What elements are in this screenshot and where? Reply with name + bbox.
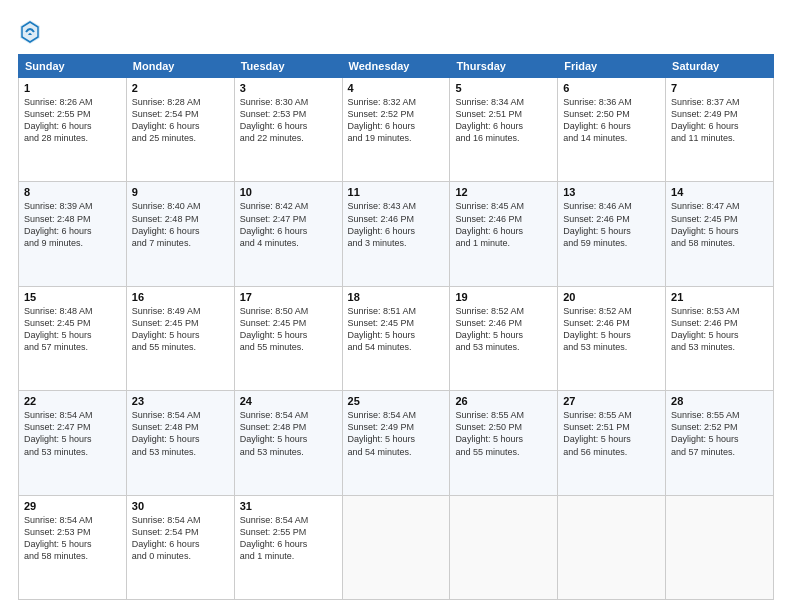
day-detail: Sunrise: 8:26 AM Sunset: 2:55 PM Dayligh… (24, 96, 121, 145)
col-header-wednesday: Wednesday (342, 55, 450, 78)
day-detail: Sunrise: 8:54 AM Sunset: 2:49 PM Dayligh… (348, 409, 445, 458)
day-detail: Sunrise: 8:55 AM Sunset: 2:50 PM Dayligh… (455, 409, 552, 458)
calendar-day-28: 28Sunrise: 8:55 AM Sunset: 2:52 PM Dayli… (666, 391, 774, 495)
calendar-day-23: 23Sunrise: 8:54 AM Sunset: 2:48 PM Dayli… (126, 391, 234, 495)
svg-marker-0 (20, 20, 40, 44)
day-detail: Sunrise: 8:32 AM Sunset: 2:52 PM Dayligh… (348, 96, 445, 145)
day-number: 21 (671, 291, 768, 303)
day-number: 14 (671, 186, 768, 198)
col-header-sunday: Sunday (19, 55, 127, 78)
day-number: 22 (24, 395, 121, 407)
day-detail: Sunrise: 8:52 AM Sunset: 2:46 PM Dayligh… (455, 305, 552, 354)
calendar-day-3: 3Sunrise: 8:30 AM Sunset: 2:53 PM Daylig… (234, 78, 342, 182)
calendar-day-15: 15Sunrise: 8:48 AM Sunset: 2:45 PM Dayli… (19, 286, 127, 390)
calendar-day-2: 2Sunrise: 8:28 AM Sunset: 2:54 PM Daylig… (126, 78, 234, 182)
day-number: 17 (240, 291, 337, 303)
day-number: 2 (132, 82, 229, 94)
calendar-page: SundayMondayTuesdayWednesdayThursdayFrid… (0, 0, 792, 612)
day-detail: Sunrise: 8:54 AM Sunset: 2:48 PM Dayligh… (132, 409, 229, 458)
calendar-day-7: 7Sunrise: 8:37 AM Sunset: 2:49 PM Daylig… (666, 78, 774, 182)
day-detail: Sunrise: 8:40 AM Sunset: 2:48 PM Dayligh… (132, 200, 229, 249)
calendar-day-1: 1Sunrise: 8:26 AM Sunset: 2:55 PM Daylig… (19, 78, 127, 182)
calendar-week-3: 15Sunrise: 8:48 AM Sunset: 2:45 PM Dayli… (19, 286, 774, 390)
day-detail: Sunrise: 8:55 AM Sunset: 2:51 PM Dayligh… (563, 409, 660, 458)
calendar-day-13: 13Sunrise: 8:46 AM Sunset: 2:46 PM Dayli… (558, 182, 666, 286)
calendar-day-11: 11Sunrise: 8:43 AM Sunset: 2:46 PM Dayli… (342, 182, 450, 286)
day-detail: Sunrise: 8:36 AM Sunset: 2:50 PM Dayligh… (563, 96, 660, 145)
day-detail: Sunrise: 8:54 AM Sunset: 2:55 PM Dayligh… (240, 514, 337, 563)
day-number: 25 (348, 395, 445, 407)
day-number: 16 (132, 291, 229, 303)
day-number: 3 (240, 82, 337, 94)
day-number: 31 (240, 500, 337, 512)
day-number: 6 (563, 82, 660, 94)
calendar-day-18: 18Sunrise: 8:51 AM Sunset: 2:45 PM Dayli… (342, 286, 450, 390)
calendar-day-14: 14Sunrise: 8:47 AM Sunset: 2:45 PM Dayli… (666, 182, 774, 286)
day-number: 15 (24, 291, 121, 303)
day-number: 23 (132, 395, 229, 407)
day-detail: Sunrise: 8:37 AM Sunset: 2:49 PM Dayligh… (671, 96, 768, 145)
calendar-day-20: 20Sunrise: 8:52 AM Sunset: 2:46 PM Dayli… (558, 286, 666, 390)
day-number: 11 (348, 186, 445, 198)
day-number: 13 (563, 186, 660, 198)
logo (18, 18, 46, 46)
calendar-day-17: 17Sunrise: 8:50 AM Sunset: 2:45 PM Dayli… (234, 286, 342, 390)
day-number: 27 (563, 395, 660, 407)
day-number: 30 (132, 500, 229, 512)
day-number: 26 (455, 395, 552, 407)
day-number: 20 (563, 291, 660, 303)
day-detail: Sunrise: 8:54 AM Sunset: 2:47 PM Dayligh… (24, 409, 121, 458)
day-detail: Sunrise: 8:51 AM Sunset: 2:45 PM Dayligh… (348, 305, 445, 354)
day-detail: Sunrise: 8:45 AM Sunset: 2:46 PM Dayligh… (455, 200, 552, 249)
calendar-day-30: 30Sunrise: 8:54 AM Sunset: 2:54 PM Dayli… (126, 495, 234, 599)
day-number: 12 (455, 186, 552, 198)
day-number: 24 (240, 395, 337, 407)
day-detail: Sunrise: 8:43 AM Sunset: 2:46 PM Dayligh… (348, 200, 445, 249)
day-detail: Sunrise: 8:55 AM Sunset: 2:52 PM Dayligh… (671, 409, 768, 458)
day-detail: Sunrise: 8:46 AM Sunset: 2:46 PM Dayligh… (563, 200, 660, 249)
calendar-day-5: 5Sunrise: 8:34 AM Sunset: 2:51 PM Daylig… (450, 78, 558, 182)
calendar-week-4: 22Sunrise: 8:54 AM Sunset: 2:47 PM Dayli… (19, 391, 774, 495)
day-detail: Sunrise: 8:49 AM Sunset: 2:45 PM Dayligh… (132, 305, 229, 354)
empty-cell (342, 495, 450, 599)
calendar-day-8: 8Sunrise: 8:39 AM Sunset: 2:48 PM Daylig… (19, 182, 127, 286)
day-number: 8 (24, 186, 121, 198)
calendar-day-29: 29Sunrise: 8:54 AM Sunset: 2:53 PM Dayli… (19, 495, 127, 599)
calendar-day-21: 21Sunrise: 8:53 AM Sunset: 2:46 PM Dayli… (666, 286, 774, 390)
day-detail: Sunrise: 8:53 AM Sunset: 2:46 PM Dayligh… (671, 305, 768, 354)
calendar-day-24: 24Sunrise: 8:54 AM Sunset: 2:48 PM Dayli… (234, 391, 342, 495)
day-number: 4 (348, 82, 445, 94)
col-header-saturday: Saturday (666, 55, 774, 78)
day-detail: Sunrise: 8:28 AM Sunset: 2:54 PM Dayligh… (132, 96, 229, 145)
calendar-day-9: 9Sunrise: 8:40 AM Sunset: 2:48 PM Daylig… (126, 182, 234, 286)
col-header-thursday: Thursday (450, 55, 558, 78)
calendar-day-6: 6Sunrise: 8:36 AM Sunset: 2:50 PM Daylig… (558, 78, 666, 182)
day-detail: Sunrise: 8:54 AM Sunset: 2:53 PM Dayligh… (24, 514, 121, 563)
day-detail: Sunrise: 8:47 AM Sunset: 2:45 PM Dayligh… (671, 200, 768, 249)
day-detail: Sunrise: 8:54 AM Sunset: 2:54 PM Dayligh… (132, 514, 229, 563)
empty-cell (450, 495, 558, 599)
empty-cell (558, 495, 666, 599)
calendar-day-27: 27Sunrise: 8:55 AM Sunset: 2:51 PM Dayli… (558, 391, 666, 495)
day-number: 19 (455, 291, 552, 303)
calendar-table: SundayMondayTuesdayWednesdayThursdayFrid… (18, 54, 774, 600)
col-header-friday: Friday (558, 55, 666, 78)
col-header-monday: Monday (126, 55, 234, 78)
day-detail: Sunrise: 8:50 AM Sunset: 2:45 PM Dayligh… (240, 305, 337, 354)
calendar-header-row: SundayMondayTuesdayWednesdayThursdayFrid… (19, 55, 774, 78)
calendar-day-16: 16Sunrise: 8:49 AM Sunset: 2:45 PM Dayli… (126, 286, 234, 390)
empty-cell (666, 495, 774, 599)
day-detail: Sunrise: 8:34 AM Sunset: 2:51 PM Dayligh… (455, 96, 552, 145)
logo-icon (18, 18, 42, 46)
calendar-week-5: 29Sunrise: 8:54 AM Sunset: 2:53 PM Dayli… (19, 495, 774, 599)
calendar-week-2: 8Sunrise: 8:39 AM Sunset: 2:48 PM Daylig… (19, 182, 774, 286)
calendar-day-10: 10Sunrise: 8:42 AM Sunset: 2:47 PM Dayli… (234, 182, 342, 286)
calendar-day-4: 4Sunrise: 8:32 AM Sunset: 2:52 PM Daylig… (342, 78, 450, 182)
day-detail: Sunrise: 8:54 AM Sunset: 2:48 PM Dayligh… (240, 409, 337, 458)
calendar-day-12: 12Sunrise: 8:45 AM Sunset: 2:46 PM Dayli… (450, 182, 558, 286)
day-detail: Sunrise: 8:48 AM Sunset: 2:45 PM Dayligh… (24, 305, 121, 354)
col-header-tuesday: Tuesday (234, 55, 342, 78)
header (18, 18, 774, 46)
day-detail: Sunrise: 8:52 AM Sunset: 2:46 PM Dayligh… (563, 305, 660, 354)
calendar-week-1: 1Sunrise: 8:26 AM Sunset: 2:55 PM Daylig… (19, 78, 774, 182)
